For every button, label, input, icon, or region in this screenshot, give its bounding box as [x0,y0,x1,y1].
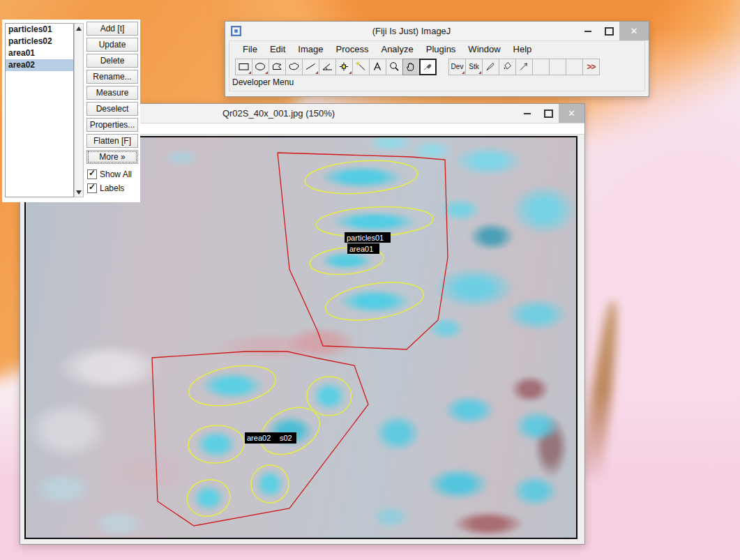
maximize-button[interactable] [538,104,559,123]
check-icon: ✓ [89,182,96,192]
freehand-icon [287,61,301,73]
close-button[interactable]: ✕ [619,22,649,40]
rename-button[interactable]: Rename... [86,70,138,84]
stacks-menu-label: Stk [469,63,478,70]
tool-color-picker-button[interactable] [419,59,437,75]
tool-dev-menu-button[interactable]: Dev [448,59,466,75]
roi-manager-titlebar[interactable]: ROI Man... ✕ [2,2,140,20]
menu-file[interactable]: File [236,43,264,56]
labels-checkbox-row[interactable]: ✓ Labels [87,182,138,194]
flood-fill-icon [501,61,514,73]
hand-icon [405,61,418,73]
roi-list-item[interactable]: particles01 [6,24,73,36]
add-button[interactable]: Add [t] [86,22,138,36]
minimize-button[interactable] [577,22,598,40]
close-button[interactable]: ✕ [559,104,584,123]
wand-icon [354,61,368,73]
menu-process[interactable]: Process [330,43,375,56]
magnifier-icon [388,61,401,73]
show-all-checkbox-row[interactable]: ✓ Show All [87,168,138,180]
imagej-main-window: (Fiji Is Just) ImageJ ✕ File Edit Image … [225,21,649,97]
show-all-label: Show All [100,169,132,179]
roi-label-area01: area01 [349,245,373,253]
imagej-window-title: (Fiji Is Just) ImageJ [246,26,577,36]
properties-button[interactable]: Properties... [86,118,138,132]
minimize-icon [584,31,591,32]
deselect-button[interactable]: Deselect [86,102,138,116]
roi-list[interactable]: particles01 particles02 area01 area02 [5,23,74,197]
minimize-button[interactable] [517,104,538,123]
menu-analyze[interactable]: Analyze [375,43,419,56]
roi-manager-title: ROI Man... [22,6,70,16]
scroll-down-button[interactable] [75,188,83,197]
labels-label: Labels [100,183,124,193]
maximize-button[interactable] [91,2,112,20]
tool-oval-button[interactable] [252,59,269,75]
maximize-button[interactable] [598,22,619,40]
maximize-icon [98,7,107,15]
update-button[interactable]: Update [86,38,138,52]
dropdown-triangle-icon [248,71,251,74]
tool-more-tools-button[interactable]: >> [582,59,600,75]
menu-image[interactable]: Image [292,43,329,56]
close-icon: ✕ [630,26,638,36]
roi-list-item[interactable]: particles02 [6,36,73,47]
roi-list-scrollbar[interactable] [74,23,84,197]
tool-hand-button[interactable] [402,59,420,75]
more-button[interactable]: More » [86,150,138,164]
flatten-button[interactable]: Flatten [F] [86,134,138,148]
tool-line-button[interactable] [302,59,319,75]
more-tools-label: >> [587,62,595,72]
tool-point-button[interactable] [335,59,353,75]
tool-angle-button[interactable] [319,59,336,75]
menu-help[interactable]: Help [507,43,538,56]
roi-manager-body: particles01 particles02 area01 area02 Ad… [2,20,140,202]
measure-button[interactable]: Measure [86,86,138,100]
up-arrow-icon [76,27,82,31]
tool-arrow-button[interactable] [515,59,533,75]
tool-brush-button[interactable] [482,59,499,75]
polygon-icon [271,61,284,73]
tool-zoom-button[interactable] [386,59,403,75]
tool-stacks-menu-button[interactable]: Stk [465,59,483,75]
menubar: File Edit Image Process Analyze Plugins … [229,41,644,57]
toolbar-empty-slot[interactable] [549,59,566,75]
brush-icon [484,61,497,73]
tool-freehand-button[interactable] [285,59,303,75]
text-icon [371,61,384,73]
roi-particles-outlines[interactable] [183,157,434,520]
tool-flood-fill-button[interactable] [499,59,516,75]
imagej-icon [8,6,18,16]
minimize-icon [524,113,531,114]
angle-icon [321,61,334,73]
close-button[interactable]: ✕ [112,2,140,20]
roi-list-item-selected[interactable]: area02 [6,59,73,71]
roi-list-item[interactable]: area01 [6,47,73,59]
toolbar-empty-slot[interactable] [566,59,583,75]
labels-checkbox[interactable]: ✓ [87,183,97,193]
imagej-titlebar[interactable]: (Fiji Is Just) ImageJ ✕ [225,22,649,40]
imagej-body: File Edit Image Process Analyze Plugins … [229,40,645,91]
desktop: (Fiji Is Just) ImageJ ✕ File Edit Image … [0,0,740,560]
dropdown-triangle-icon [265,71,268,74]
maximize-icon [544,109,553,118]
toolbar-empty-slot[interactable] [532,59,550,75]
minimize-button[interactable] [70,2,91,20]
maximize-icon [605,27,614,36]
close-icon: ✕ [568,108,575,119]
tool-text-button[interactable] [369,59,386,75]
tool-polygon-button[interactable] [269,59,286,75]
roi-label-area02: area02 [247,434,271,442]
tool-wand-button[interactable] [352,59,370,75]
dropdown-triangle-icon [315,71,318,74]
menu-plugins[interactable]: Plugins [420,43,462,56]
scroll-up-button[interactable] [75,24,83,33]
toolbar: Dev Stk [229,57,644,76]
menu-window[interactable]: Window [462,43,506,56]
menu-edit[interactable]: Edit [264,43,292,56]
imagej-icon [231,26,241,36]
tool-rectangle-button[interactable] [235,59,252,75]
delete-button[interactable]: Delete [86,54,138,68]
dev-menu-label: Dev [451,63,464,70]
show-all-checkbox[interactable]: ✓ [87,169,97,179]
